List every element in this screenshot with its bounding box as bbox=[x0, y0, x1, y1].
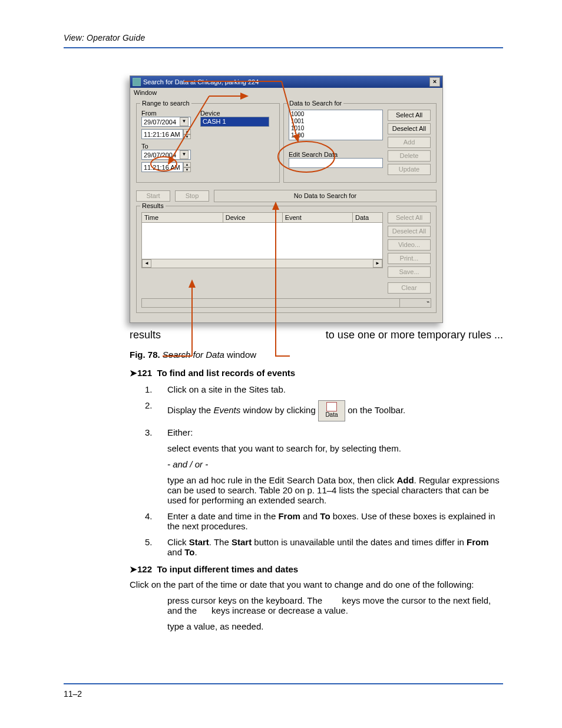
results-select-all-button[interactable]: Select All bbox=[388, 212, 431, 223]
step-3: Either: bbox=[167, 427, 503, 437]
scrollbar[interactable]: ◄► bbox=[142, 259, 382, 268]
step-3-or: - and / or - bbox=[167, 459, 503, 469]
task-122-intro: Click on the part of the time or date th… bbox=[130, 579, 503, 589]
footer-rule bbox=[64, 683, 503, 684]
range-legend: Range to search bbox=[140, 100, 191, 107]
figure-caption: Fig. 78. Search for Data window bbox=[130, 350, 503, 360]
start-button[interactable]: Start bbox=[136, 190, 170, 202]
page-header: View: Operator Guide bbox=[64, 33, 503, 42]
task-122-sub1: press cursor keys on the keyboard. The k… bbox=[167, 595, 503, 615]
results-group: Results Time Device Event Data ◄► bbox=[136, 206, 437, 313]
header-rule bbox=[64, 47, 503, 48]
clear-button[interactable]: Clear bbox=[388, 282, 431, 294]
device-label: Device bbox=[200, 110, 271, 117]
chevron-down-icon[interactable]: ▼ bbox=[180, 150, 189, 159]
from-time-input[interactable]: 11:21:16 AM bbox=[141, 129, 183, 139]
stop-button[interactable]: Stop bbox=[175, 190, 209, 202]
annotation-temp-rules: to use one or more temporary rules ... bbox=[326, 329, 503, 341]
update-button[interactable]: Update bbox=[388, 164, 431, 175]
data-listbox[interactable]: 1000 1001 1010 1100 bbox=[289, 110, 383, 140]
app-icon bbox=[133, 78, 141, 86]
close-icon[interactable]: × bbox=[429, 77, 440, 87]
col-time: Time bbox=[142, 213, 223, 222]
col-event: Event bbox=[283, 213, 353, 222]
window-titlebar: Search for Data at Chicago, parking 224 … bbox=[130, 76, 442, 88]
print-button[interactable]: Print... bbox=[388, 253, 431, 264]
delete-button[interactable]: Delete bbox=[388, 150, 431, 162]
add-button[interactable]: Add bbox=[388, 137, 431, 148]
data-search-group: Data to Search for 1000 1001 1010 1100 bbox=[283, 103, 437, 183]
from-date-input[interactable]: 29/07/2004▼ bbox=[141, 117, 191, 127]
range-group: Range to search From 29/07/2004▼ 11:21:1… bbox=[136, 103, 280, 183]
status-message: No Data to Search for bbox=[214, 190, 437, 202]
search-window: Search for Data at Chicago, parking 224 … bbox=[130, 75, 443, 323]
to-time-spinner[interactable]: ▲▼ bbox=[183, 162, 191, 172]
to-label: To bbox=[141, 143, 194, 150]
to-date-input[interactable]: 29/07/2004▼ bbox=[141, 150, 191, 160]
results-deselect-all-button[interactable]: Deselect All bbox=[388, 226, 431, 237]
video-button[interactable]: Video... bbox=[388, 239, 431, 251]
col-data: Data bbox=[353, 213, 382, 222]
col-device: Device bbox=[223, 213, 283, 222]
data-search-legend: Data to Search for bbox=[287, 100, 343, 107]
step-3-sub2: type an ad hoc rule in the Edit Search D… bbox=[167, 475, 503, 505]
save-button[interactable]: Save... bbox=[388, 266, 431, 278]
from-label: From bbox=[141, 110, 194, 117]
device-select[interactable]: CASH 1 bbox=[200, 117, 269, 127]
window-menu[interactable]: Window bbox=[130, 88, 442, 97]
from-time-spinner[interactable]: ▲▼ bbox=[183, 129, 191, 139]
step-1: Click on a site in the Sites tab. bbox=[167, 384, 503, 394]
edit-search-input[interactable] bbox=[289, 158, 383, 168]
deselect-all-button[interactable]: Deselect All bbox=[388, 123, 431, 134]
page-number: 11–2 bbox=[64, 689, 82, 699]
step-2: Display the Events window by clicking Da… bbox=[167, 400, 503, 421]
task-122-heading: ➤122 To input different times and dates bbox=[130, 564, 503, 575]
step-4: Enter a date and time in the From and To… bbox=[167, 511, 503, 531]
step-5: Click Start. The Start button is unavail… bbox=[167, 537, 503, 557]
annotation-results: results bbox=[130, 329, 161, 341]
window-title: Search for Data at Chicago, parking 224 bbox=[143, 78, 259, 85]
edit-search-label: Edit Search Data bbox=[289, 151, 383, 158]
step-3-sub1: select events that you want to search fo… bbox=[167, 443, 503, 453]
results-table-header: Time Device Event Data bbox=[141, 212, 383, 223]
chevron-down-icon[interactable]: ▼ bbox=[180, 117, 189, 126]
results-legend: Results bbox=[140, 202, 166, 209]
results-table-body: ◄► bbox=[141, 223, 383, 268]
results-status-bar: ⌁ bbox=[141, 298, 431, 308]
task-122-sub2: type a value, as needed. bbox=[167, 621, 503, 631]
task-121-heading: ➤121 To find and list records of events bbox=[130, 368, 503, 378]
to-time-input[interactable]: 11:21:16 AM bbox=[141, 162, 183, 172]
toolbar-data-icon: Data bbox=[318, 400, 345, 421]
select-all-button[interactable]: Select All bbox=[388, 110, 431, 121]
